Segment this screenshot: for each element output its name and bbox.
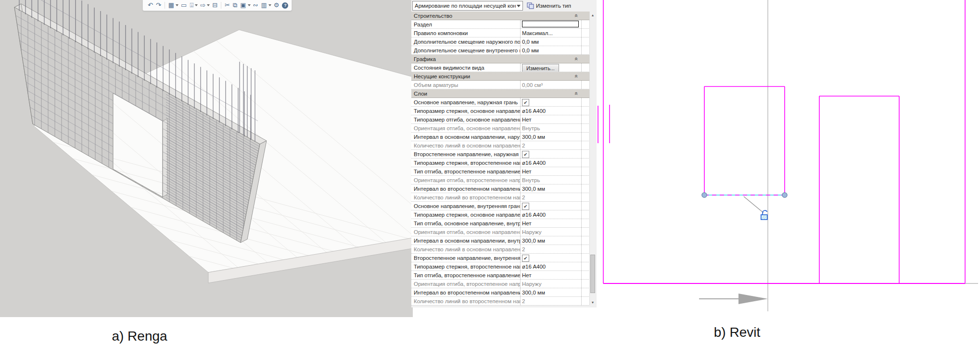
checkbox[interactable]: ✔ (522, 151, 529, 158)
property-value[interactable]: ø16 A400 (521, 210, 582, 219)
property-row: Второстепенное направление, наружная гра… (411, 150, 591, 159)
empty-value-field[interactable] (522, 21, 579, 27)
property-value[interactable]: 300,0 мм (521, 133, 582, 141)
property-value[interactable]: ø16 A400 (521, 159, 582, 167)
property-value[interactable] (521, 20, 582, 28)
section-header-row: Строительство« (411, 12, 591, 20)
property-label: Типоразмер стержня, второстепенное напра… (411, 159, 521, 167)
family-type-selector[interactable]: Армирование по площади несущей констру (412, 1, 523, 11)
undo-icon[interactable]: ↶ (146, 0, 154, 10)
property-value[interactable]: Нет (521, 167, 582, 175)
save-icon[interactable]: ⍗ (188, 0, 195, 10)
property-value[interactable]: 0,0 мм (521, 37, 582, 46)
property-value[interactable]: 0,0 мм (521, 46, 582, 54)
property-label: Слои (411, 89, 575, 98)
collapse-section-icon[interactable]: « (573, 92, 581, 95)
link-icon[interactable]: ∾ (252, 0, 260, 10)
chevron-down-icon[interactable] (207, 4, 210, 6)
chevron-down-icon[interactable] (248, 4, 251, 6)
property-value: 2 (521, 193, 582, 201)
property-value[interactable]: ø16 A400 (521, 107, 582, 115)
property-value[interactable]: Нет (521, 271, 582, 279)
property-value[interactable]: ✔ (521, 202, 582, 210)
property-value[interactable]: Нет (521, 115, 582, 123)
property-label: Ориентация отгиба, основное направление,… (411, 228, 521, 236)
chevron-down-icon[interactable] (176, 4, 178, 6)
toolbar-separator (165, 2, 165, 9)
property-value: 2 (521, 141, 582, 149)
section-header-row: Несущие конструкции« (411, 72, 591, 81)
property-label: Основное направление, наружная грань (411, 98, 521, 106)
renga-floating-toolbar: ↶↷▦▭⍗⇨⊟✂⧉▣∾▥⚙? (142, 0, 292, 11)
chevron-down-icon[interactable] (268, 4, 271, 6)
drawing-background (597, 0, 980, 317)
property-label: Основное направление, внутренняя грань (411, 202, 521, 210)
property-value[interactable]: Изменить... (521, 63, 582, 72)
property-row: Количество линий во второстепенном напра… (411, 297, 591, 306)
property-value[interactable]: ✔ (521, 150, 582, 158)
property-value[interactable]: ✔ (521, 254, 582, 262)
property-row: Количество линий во второстепенном напра… (411, 193, 591, 202)
help-icon[interactable]: ? (282, 2, 288, 9)
paste-icon[interactable]: ▣ (239, 0, 247, 10)
open-folder-icon[interactable]: ▭ (179, 0, 188, 10)
wrench-icon[interactable]: ⚙ (272, 0, 281, 10)
property-row: Основное направление, внутренняя грань✔ (411, 202, 591, 210)
scroll-down-icon[interactable]: ▼ (590, 299, 596, 306)
property-label: Интервал во второстепенном направлении, … (411, 184, 521, 193)
revit-drawing-area[interactable] (597, 0, 980, 317)
property-label: Объем арматуры (411, 81, 521, 89)
checkbox[interactable]: ✔ (522, 255, 529, 262)
property-label: Несущие конструкции (411, 72, 575, 80)
cut-icon[interactable]: ✂ (223, 0, 231, 10)
property-label: Тип отгиба, второстепенное направление, … (411, 167, 521, 175)
scrollbar-thumb[interactable] (590, 255, 595, 293)
chevron-down-icon[interactable] (195, 4, 198, 6)
redo-icon[interactable]: ↷ (154, 0, 163, 10)
property-value[interactable]: 300,0 мм (521, 288, 582, 296)
property-value: Наружу (521, 280, 582, 288)
revit-properties-panel: Армирование по площади несущей констру И… (411, 0, 598, 307)
property-value[interactable]: Нет (521, 219, 582, 227)
export-icon[interactable]: ⇨ (199, 0, 207, 10)
property-value: 0,00 см³ (521, 81, 582, 89)
collapse-section-icon[interactable]: « (573, 74, 581, 78)
edit-type-button[interactable]: Изменить тип (527, 2, 571, 9)
property-row: Ориентация отгиба, основное направление,… (411, 228, 591, 236)
collapse-section-icon[interactable]: « (573, 14, 581, 17)
checkbox[interactable]: ✔ (522, 99, 529, 106)
property-row: Типоразмер стержня, второстепенное напра… (411, 159, 591, 167)
checkbox[interactable]: ✔ (522, 203, 529, 210)
property-row: Объем арматуры0,00 см³ (411, 81, 591, 89)
scroll-up-icon[interactable]: ▲ (590, 12, 596, 18)
property-label: Типоразмер стержня, второстепенное напра… (411, 262, 521, 270)
panel-scrollbar[interactable]: ▲ ▼ (589, 12, 596, 306)
copy-icon[interactable]: ⧉ (231, 0, 239, 10)
edit-button[interactable]: Изменить... (522, 64, 559, 72)
edge-grip-right[interactable] (782, 193, 787, 197)
property-label: Количество линий в основном направлении,… (411, 245, 521, 253)
property-value[interactable]: ✔ (521, 98, 582, 106)
edit-type-label: Изменить тип (536, 3, 571, 9)
section-header-row: Слои« (411, 89, 591, 98)
property-grid: Строительство«РазделПравило компоновкиМа… (411, 12, 591, 306)
property-value: Внутрь (521, 176, 582, 184)
edit-type-icon (527, 2, 534, 9)
renga-3d-viewport[interactable]: ↶↷▦▭⍗⇨⊟✂⧉▣∾▥⚙? (0, 0, 413, 317)
print-icon[interactable]: ⊟ (211, 0, 219, 10)
property-label: Тип отгиба, второстепенное направление, … (411, 271, 521, 279)
property-value[interactable]: ø16 A400 (521, 262, 582, 270)
edge-grip-left[interactable] (702, 193, 707, 197)
property-row: Основное направление, наружная грань✔ (411, 98, 591, 107)
property-label: Второстепенное направление, внутренняя г… (411, 254, 521, 262)
table-icon[interactable]: ▥ (259, 0, 268, 10)
view-3d-icon[interactable]: ▦ (167, 0, 176, 10)
property-value[interactable]: 300,0 мм (521, 184, 582, 193)
property-row: Ориентация отгиба, второстепенное направ… (411, 280, 591, 288)
property-value[interactable]: Максимал... (521, 29, 582, 37)
property-row: Типоразмер стержня, второстепенное напра… (411, 262, 591, 271)
renga-scene (0, 0, 413, 317)
collapse-section-icon[interactable]: « (573, 57, 581, 61)
property-label: Графика (411, 55, 575, 63)
property-value[interactable]: 300,0 мм (521, 236, 582, 245)
